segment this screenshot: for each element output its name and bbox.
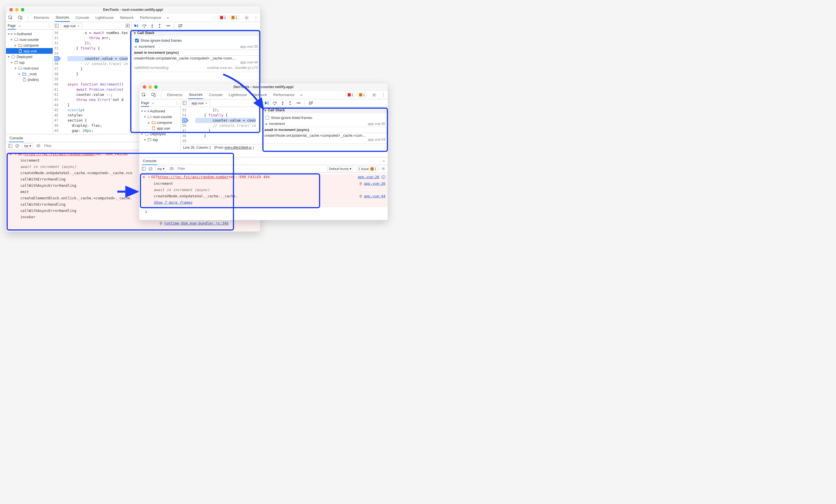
show-ignore-listed-checkbox[interactable] xyxy=(135,39,139,42)
console-messages[interactable]: ⊗▾GET https://jec.fyi/api/random-number … xyxy=(139,173,388,220)
kebab-icon[interactable]: ⋮ xyxy=(47,24,51,28)
console-tab-label[interactable]: Console xyxy=(142,157,157,165)
context-selector[interactable]: top ▾ xyxy=(22,143,33,149)
tab-network[interactable]: Network xyxy=(119,14,134,22)
settings-icon[interactable] xyxy=(381,167,385,171)
step-icon[interactable] xyxy=(296,101,300,105)
context-selector[interactable]: top ▾ xyxy=(155,166,167,171)
sidebar-toggle-icon[interactable] xyxy=(8,144,12,148)
step-over-icon[interactable] xyxy=(272,101,277,105)
inspect-icon[interactable] xyxy=(141,93,146,97)
kebab-icon[interactable]: ⋮ xyxy=(382,93,385,97)
close-icon[interactable]: × xyxy=(78,24,79,28)
file-icon xyxy=(18,49,22,53)
tab-performance[interactable]: Performance xyxy=(139,14,162,22)
console-tab-label[interactable]: Console xyxy=(9,134,24,142)
tab-network[interactable]: Network xyxy=(253,91,267,99)
cloud-icon xyxy=(14,37,18,42)
step-over-icon[interactable] xyxy=(142,24,147,28)
step-into-icon[interactable] xyxy=(281,101,284,105)
tab-console[interactable]: Console xyxy=(75,14,90,22)
svg-rect-4 xyxy=(15,61,18,64)
stack-frame[interactable]: ➔incrementapp.vue:35 xyxy=(262,121,388,127)
tree-deployed: Deployed xyxy=(17,55,32,59)
window-title: DevTools - nuxi-counter.netlify.app/ xyxy=(6,8,260,12)
eye-icon[interactable] xyxy=(169,167,174,171)
stack-frame[interactable]: createVNode.onUpdateVal._cache.<computed… xyxy=(132,56,260,65)
sidebar-toggle-icon[interactable] xyxy=(55,24,59,28)
tab-elements[interactable]: Elements xyxy=(33,14,50,22)
svg-point-3 xyxy=(246,17,247,18)
deploy-icon xyxy=(11,55,16,59)
sidebar-toggle-icon[interactable] xyxy=(141,167,146,171)
stack-frame-ignored[interactable]: callWithErrorHandlingruntime-core.es…bun… xyxy=(132,65,260,71)
error-badge[interactable]: 3 xyxy=(218,16,228,20)
kebab-icon[interactable]: ⋮ xyxy=(254,16,258,20)
issues-badge[interactable]: 1 Issue: 1 xyxy=(356,167,379,171)
tab-performance[interactable]: Performance xyxy=(273,91,295,99)
resume-icon[interactable] xyxy=(264,101,268,105)
filter-input[interactable] xyxy=(177,167,324,171)
step-out-icon[interactable] xyxy=(288,101,292,105)
show-ignore-listed-row[interactable]: Show ignore-listed frames xyxy=(132,37,260,44)
status-source-link[interactable]: entry.d9e108e9.js xyxy=(225,146,252,150)
svg-point-11 xyxy=(169,25,170,26)
clear-console-icon[interactable] xyxy=(149,167,152,171)
tab-lighthouse[interactable]: Lighthouse xyxy=(228,91,248,99)
tab-lighthouse[interactable]: Lighthouse xyxy=(95,14,114,22)
svg-point-25 xyxy=(300,103,300,103)
tab-elements[interactable]: Elements xyxy=(167,91,183,99)
sidebar-toggle-icon[interactable] xyxy=(183,101,187,105)
svg-rect-19 xyxy=(148,138,151,141)
show-ignore-listed-row[interactable]: Show ignore-listed frames xyxy=(262,114,388,121)
svg-point-10 xyxy=(159,27,160,28)
nav-tab-page[interactable]: Page xyxy=(8,24,16,30)
svg-rect-17 xyxy=(154,94,155,97)
tree-components: compone xyxy=(23,43,39,47)
tab-sources[interactable]: Sources xyxy=(188,91,203,99)
step-out-icon[interactable] xyxy=(158,24,162,28)
deactivate-breakpoints-icon[interactable] xyxy=(178,24,183,28)
titlebar: DevTools - nuxi-counter.netlify.app/ xyxy=(6,6,260,14)
tree-file[interactable]: app.vue xyxy=(139,125,180,131)
clear-console-icon[interactable] xyxy=(15,144,19,148)
stack-frame[interactable]: createVNode.onUpdateVal._cache.<computed… xyxy=(262,133,388,142)
step-icon[interactable] xyxy=(165,24,170,27)
devtools-window-2: DevTools - nuxi-counter.netlify.app/ Ele… xyxy=(139,83,388,220)
close-icon[interactable]: × xyxy=(382,159,385,163)
resume-icon[interactable] xyxy=(134,24,138,28)
call-stack-section: ▾Call Stack Show ignore-listed frames ➔i… xyxy=(132,30,260,72)
eye-icon[interactable] xyxy=(36,144,41,148)
stack-frame[interactable]: ➔incrementapp.vue:35 xyxy=(132,44,260,50)
svg-point-24 xyxy=(290,104,291,105)
more-tabs-icon[interactable]: » xyxy=(300,93,302,97)
tab-sources[interactable]: Sources xyxy=(55,14,70,22)
device-icon[interactable] xyxy=(18,16,23,20)
warning-badge[interactable]: 2 xyxy=(229,16,239,20)
tree-file-selected[interactable]: app.vue xyxy=(6,48,53,54)
step-into-icon[interactable] xyxy=(151,24,154,28)
file-tab[interactable]: app.vue× xyxy=(61,23,82,29)
svg-rect-5 xyxy=(55,24,58,27)
inspect-icon[interactable] xyxy=(8,16,13,20)
device-icon[interactable] xyxy=(151,93,156,97)
deactivate-breakpoints-icon[interactable] xyxy=(309,101,313,105)
error-badge[interactable]: 2 xyxy=(346,93,355,97)
tree-authored: Authored xyxy=(17,32,32,36)
warning-badge[interactable]: 1 xyxy=(357,93,367,97)
tree-top: top xyxy=(19,60,25,65)
navigator-tabs: Page » ⋮ xyxy=(6,22,53,30)
levels-selector[interactable]: Default levels ▾ xyxy=(327,166,353,171)
code-editor[interactable]: 3334353637383940 }); } finally { counter… xyxy=(181,107,262,144)
tab-console[interactable]: Console xyxy=(208,91,223,99)
more-tabs-icon[interactable]: » xyxy=(167,16,169,20)
nav-tab-page[interactable]: Page xyxy=(141,101,149,107)
run-snippet-icon[interactable] xyxy=(126,24,130,28)
settings-icon[interactable] xyxy=(244,16,249,20)
file-tab[interactable]: app.vue× xyxy=(189,100,210,106)
settings-icon[interactable] xyxy=(372,93,377,97)
show-ignore-listed-checkbox[interactable] xyxy=(266,116,269,120)
svg-point-9 xyxy=(152,27,153,28)
folder-icon xyxy=(22,72,26,76)
more-icon[interactable]: » xyxy=(19,24,21,28)
